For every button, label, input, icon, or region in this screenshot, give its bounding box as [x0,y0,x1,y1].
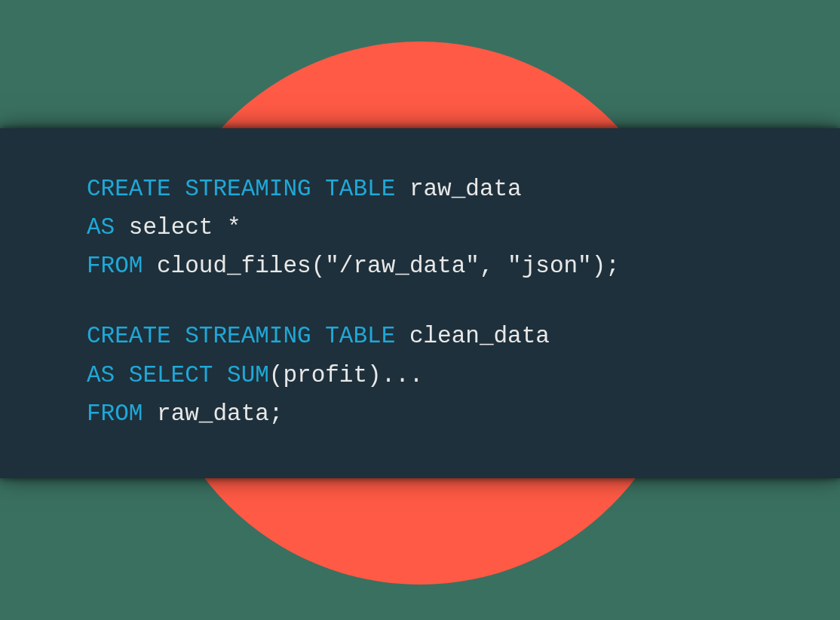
keyword: FROM [87,401,143,427]
code-text: select * [115,214,241,241]
code-line-2: AS select * [87,208,753,247]
code-text: raw_data; [143,401,283,427]
code-line-5: AS SELECT SUM(profit)... [87,356,753,394]
keyword: AS [87,214,115,241]
code-panel: CREATE STREAMING TABLE raw_data AS selec… [0,128,840,478]
keyword: AS SELECT SUM [87,362,269,388]
keyword: FROM [87,253,143,279]
blank-line [87,285,753,317]
code-line-1: CREATE STREAMING TABLE raw_data [87,170,753,208]
code-line-3: FROM cloud_files("/raw_data", "json"); [87,247,753,285]
code-text: (profit)... [269,362,424,388]
keyword: CREATE STREAMING TABLE [87,323,395,349]
code-text: raw_data [395,176,521,202]
code-line-4: CREATE STREAMING TABLE clean_data [87,317,753,355]
code-text: cloud_files("/raw_data", "json"); [143,253,620,279]
keyword: CREATE STREAMING TABLE [87,176,395,202]
code-line-6: FROM raw_data; [87,394,753,433]
code-text: clean_data [395,323,550,349]
